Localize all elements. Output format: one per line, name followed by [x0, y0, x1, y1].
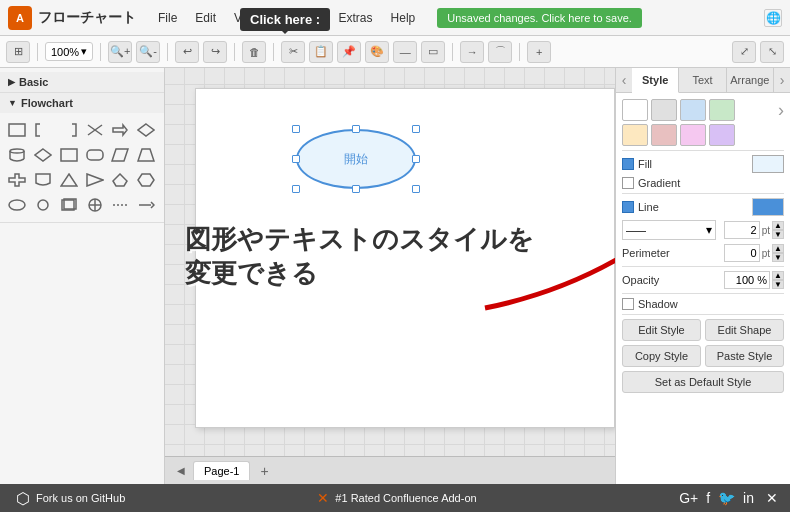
- shape-oval-element[interactable]: 開始: [296, 129, 416, 189]
- insert-btn[interactable]: +: [527, 41, 551, 63]
- tab-arrange[interactable]: Arrange: [727, 68, 774, 92]
- handle-top-right[interactable]: [412, 125, 420, 133]
- frame-btn[interactable]: ▭: [421, 41, 445, 63]
- handle-bot-mid[interactable]: [352, 185, 360, 193]
- zoom-dropdown-icon[interactable]: ▾: [81, 45, 87, 58]
- edit-style-btn[interactable]: Edit Style: [622, 319, 701, 341]
- delete-btn[interactable]: 🗑: [242, 41, 266, 63]
- shape-x[interactable]: [84, 119, 106, 141]
- shape-parallelogram[interactable]: [109, 144, 131, 166]
- shape-plus[interactable]: [6, 169, 28, 191]
- panel-prev-btn[interactable]: ‹: [616, 68, 632, 92]
- perimeter-pt-down[interactable]: ▼: [772, 253, 784, 262]
- save-notice[interactable]: Unsaved changes. Click here to save.: [437, 8, 642, 28]
- swatch-blue[interactable]: [680, 99, 706, 121]
- twitter-icon[interactable]: 🐦: [718, 490, 735, 506]
- google-icon[interactable]: G+: [679, 490, 698, 506]
- facebook-icon[interactable]: f: [706, 490, 710, 506]
- shape-circle[interactable]: [32, 194, 54, 216]
- line-style-arrow[interactable]: ▾: [706, 223, 712, 237]
- menu-help[interactable]: Help: [383, 8, 424, 28]
- shadow-checkbox[interactable]: [622, 298, 634, 310]
- opacity-input[interactable]: [724, 271, 770, 289]
- line-pt-input[interactable]: [724, 221, 760, 239]
- copy-btn[interactable]: 📋: [309, 41, 333, 63]
- shape-rtri[interactable]: [84, 169, 106, 191]
- close-status-btn[interactable]: ✕: [766, 490, 778, 506]
- zoom-in-btn[interactable]: 🔍+: [108, 41, 132, 63]
- undo-btn[interactable]: ↩: [175, 41, 199, 63]
- shape-oval[interactable]: [6, 194, 28, 216]
- menu-edit[interactable]: Edit: [187, 8, 224, 28]
- swatch-orange[interactable]: [622, 124, 648, 146]
- arrow-btn[interactable]: →: [460, 41, 484, 63]
- shape-rect3[interactable]: [58, 194, 80, 216]
- redo-btn[interactable]: ↪: [203, 41, 227, 63]
- shape-trap[interactable]: [135, 144, 157, 166]
- fill-checkbox[interactable]: [622, 158, 634, 170]
- swatch-purple[interactable]: [709, 124, 735, 146]
- sidebar-section-flowchart-header[interactable]: ▼ Flowchart: [0, 93, 164, 113]
- gradient-checkbox[interactable]: [622, 177, 634, 189]
- page-tab[interactable]: Page-1: [193, 461, 250, 480]
- shape-cross[interactable]: [84, 194, 106, 216]
- menu-file[interactable]: File: [150, 8, 185, 28]
- line-pt-up[interactable]: ▲: [772, 221, 784, 230]
- shape-rect2[interactable]: [58, 144, 80, 166]
- perimeter-pt-input[interactable]: [724, 244, 760, 262]
- line-checkbox[interactable]: [622, 201, 634, 213]
- shape-rect[interactable]: [6, 119, 28, 141]
- collapse-sidebar-btn[interactable]: ◀: [173, 463, 189, 479]
- globe-icon[interactable]: 🌐: [764, 9, 782, 27]
- panel-scroll-right[interactable]: ›: [778, 99, 784, 121]
- shape-line[interactable]: [109, 194, 131, 216]
- line-color-swatch[interactable]: [752, 198, 784, 216]
- handle-top-left[interactable]: [292, 125, 300, 133]
- shape-cylinder[interactable]: [6, 144, 28, 166]
- opacity-down[interactable]: ▼: [772, 280, 784, 289]
- shape-doc[interactable]: [32, 169, 54, 191]
- swatch-pink[interactable]: [680, 124, 706, 146]
- cut-btn[interactable]: ✂: [281, 41, 305, 63]
- fill-color-swatch[interactable]: [752, 155, 784, 173]
- line-btn[interactable]: —: [393, 41, 417, 63]
- sidebar-section-basic-header[interactable]: ▶ Basic: [0, 72, 164, 92]
- paste-style-btn[interactable]: Paste Style: [705, 345, 784, 367]
- canvas-area[interactable]: 開始 図形やテキストのスタイルを 変更できる ◀ Page-1 +: [165, 68, 615, 484]
- handle-mid-right[interactable]: [412, 155, 420, 163]
- curved-btn[interactable]: ⌒: [488, 41, 512, 63]
- set-default-btn[interactable]: Set as Default Style: [622, 371, 784, 393]
- collapse-btn[interactable]: ⤡: [760, 41, 784, 63]
- linkedin-icon[interactable]: in: [743, 490, 754, 506]
- shape-bracket-right[interactable]: [58, 119, 80, 141]
- handle-bot-left[interactable]: [292, 185, 300, 193]
- grid-btn[interactable]: ⊞: [6, 41, 30, 63]
- handle-mid-left[interactable]: [292, 155, 300, 163]
- edit-shape-btn[interactable]: Edit Shape: [705, 319, 784, 341]
- tab-text[interactable]: Text: [679, 68, 726, 92]
- shape-pent[interactable]: [109, 169, 131, 191]
- add-page-btn[interactable]: +: [254, 461, 274, 481]
- zoom-out-btn[interactable]: 🔍-: [136, 41, 160, 63]
- handle-bot-right[interactable]: [412, 185, 420, 193]
- shape-arrow2[interactable]: [135, 194, 157, 216]
- line-pt-down[interactable]: ▼: [772, 230, 784, 239]
- shape-rounded[interactable]: [84, 144, 106, 166]
- paste-btn[interactable]: 📌: [337, 41, 361, 63]
- shape-container[interactable]: 開始: [296, 129, 416, 189]
- expand-btn[interactable]: ⤢: [732, 41, 756, 63]
- shape-diamond[interactable]: [135, 119, 157, 141]
- line-style-select[interactable]: —— ▾: [622, 220, 716, 240]
- swatch-gray[interactable]: [651, 99, 677, 121]
- opacity-up[interactable]: ▲: [772, 271, 784, 280]
- perimeter-pt-up[interactable]: ▲: [772, 244, 784, 253]
- github-section[interactable]: ⬡ Fork us on GitHub: [16, 489, 125, 508]
- swatch-red[interactable]: [651, 124, 677, 146]
- paint-btn[interactable]: 🎨: [365, 41, 389, 63]
- menu-extras[interactable]: Extras: [331, 8, 381, 28]
- swatch-green[interactable]: [709, 99, 735, 121]
- swatch-white[interactable]: [622, 99, 648, 121]
- handle-top-mid[interactable]: [352, 125, 360, 133]
- copy-style-btn[interactable]: Copy Style: [622, 345, 701, 367]
- shape-tri[interactable]: [58, 169, 80, 191]
